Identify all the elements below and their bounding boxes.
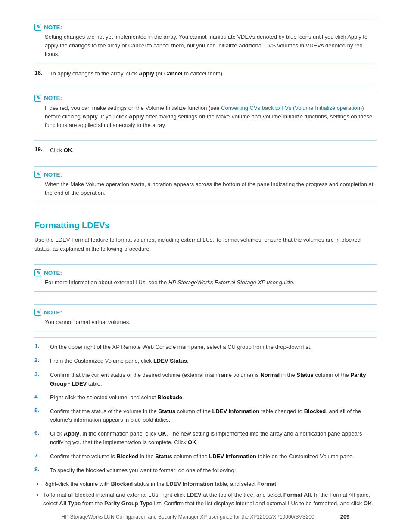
format-step-8-num: 8. [34, 466, 47, 473]
format-step-1-text: On the upper right of the XP Remote Web … [50, 343, 311, 352]
format-step-8-text: To specify the blocked volumes you want … [50, 466, 236, 475]
format-step-4-text: Right-click the selected volume, and sel… [50, 393, 184, 402]
note-icon-1: ✎ [34, 24, 41, 31]
note-header-1: ✎ NOTE: [34, 24, 377, 31]
format-step-8: 8. To specify the blocked volumes you wa… [34, 466, 377, 475]
format-step-3: 3. Confirm that the current status of th… [34, 371, 377, 388]
step-18-num: 18. [34, 69, 47, 76]
format-step-6-num: 6. [34, 429, 47, 436]
format-step-7-num: 7. [34, 452, 47, 459]
format-step-2: 2. From the Customized Volume pane, clic… [34, 357, 377, 365]
divider-4 [34, 208, 377, 208]
format-step-5: 5. Confirm that the status of the volume… [34, 407, 377, 424]
note2-text-before: If desired, you can make settings on the… [45, 105, 221, 111]
footer-left: HP StorageWorks LUN Configuration and Se… [62, 514, 314, 520]
note4-italic: HP StorageWorks External Storage XP user… [168, 279, 293, 286]
bullet-item-2: To format all blocked internal and exter… [43, 491, 377, 509]
note4-after: . [293, 279, 295, 286]
step-18: 18. To apply changes to the array, click… [34, 69, 377, 78]
note-label-5: NOTE: [44, 309, 62, 316]
divider-3 [34, 160, 377, 160]
format-step-2-text: From the Customized Volume pane, click L… [50, 357, 189, 365]
note-header-3: ✎ NOTE: [34, 171, 377, 178]
format-step-1-num: 1. [34, 343, 47, 349]
format-steps-container: 1. On the upper right of the XP Remote W… [34, 343, 377, 508]
note-label-1: NOTE: [44, 24, 62, 31]
note-header-2: ✎ NOTE: [34, 95, 377, 102]
step-18-text: To apply changes to the array, click App… [50, 69, 224, 78]
format-step-1: 1. On the upper right of the XP Remote W… [34, 343, 377, 352]
note-body-3: When the Make Volume operation starts, a… [34, 180, 377, 197]
note-header-5: ✎ NOTE: [34, 309, 377, 316]
format-step-7-text: Confirm that the volume is Blocked in th… [50, 452, 354, 461]
note4-before: For more information about external LUs,… [45, 279, 168, 286]
step-19: 19. Click OK. [34, 146, 377, 155]
note-label-3: NOTE: [44, 171, 62, 178]
note-block-3: ✎ NOTE: When the Make Volume operation s… [34, 166, 377, 202]
format-step-2-num: 2. [34, 357, 47, 363]
bullet-item-1: Right-click the volume with Blocked stat… [43, 480, 377, 489]
step-19-num: 19. [34, 146, 47, 152]
note2-link[interactable]: Converting CVs back to FVs (Volume Initi… [221, 105, 362, 111]
note-block-4: ✎ NOTE: For more information about exter… [34, 264, 377, 292]
note-icon-3: ✎ [34, 171, 41, 178]
format-step-5-num: 5. [34, 407, 47, 414]
step-19-text: Click OK. [50, 146, 74, 155]
footer-page-number: 209 [340, 513, 350, 520]
divider-2 [34, 140, 377, 141]
divider-6 [34, 298, 377, 298]
page-footer: HP StorageWorks LUN Configuration and Se… [0, 513, 411, 520]
divider-1 [34, 84, 377, 84]
divider-5 [34, 258, 377, 258]
divider-7 [34, 337, 377, 338]
note-icon-4: ✎ [34, 269, 41, 276]
note-header-4: ✎ NOTE: [34, 269, 377, 276]
section-heading: Formatting LDEVs [34, 221, 377, 230]
note-body-4: For more information about external LUs,… [34, 278, 377, 287]
note-block-1: ✎ NOTE: Setting changes are not yet impl… [34, 19, 377, 63]
note-icon-2: ✎ [34, 95, 41, 102]
format-step-6: 6. Click Apply. In the confirmation pane… [34, 429, 377, 447]
format-step-5-text: Confirm that the status of the volume in… [50, 407, 377, 424]
note-body-2: If desired, you can make settings on the… [34, 104, 377, 130]
note-block-2: ✎ NOTE: If desired, you can make setting… [34, 90, 377, 134]
format-step-3-text: Confirm that the current status of the d… [50, 371, 377, 388]
format-bullet-list: Right-click the volume with Blocked stat… [43, 480, 377, 508]
format-step-7: 7. Confirm that the volume is Blocked in… [34, 452, 377, 461]
format-step-4-num: 4. [34, 393, 47, 400]
section-intro: Use the LDEV Format feature to format vo… [34, 236, 377, 254]
note-label-2: NOTE: [44, 95, 62, 101]
format-step-6-text: Click Apply. In the confirmation pane, c… [50, 429, 377, 447]
note-block-5: ✎ NOTE: You cannot format virtual volume… [34, 304, 377, 331]
note-icon-5: ✎ [34, 309, 41, 316]
note-body-1: Setting changes are not yet implemented … [34, 33, 377, 59]
note-body-5: You cannot format virtual volumes. [34, 318, 377, 327]
note-label-4: NOTE: [44, 270, 62, 276]
format-step-3-num: 3. [34, 371, 47, 377]
format-step-4: 4. Right-click the selected volume, and … [34, 393, 377, 402]
